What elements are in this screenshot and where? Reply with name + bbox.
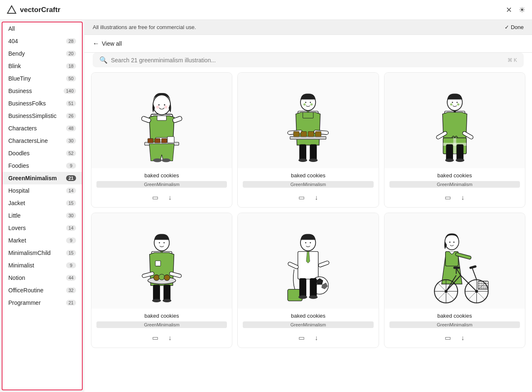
- sidebar-item-label: Jacket: [8, 200, 66, 206]
- sidebar-item-characters[interactable]: Characters48: [2, 122, 82, 135]
- copy-button[interactable]: ▭: [297, 333, 306, 343]
- sidebar-item-count: 28: [66, 38, 76, 44]
- sidebar-item-doodles[interactable]: Doodles52: [2, 147, 82, 159]
- svg-line-106: [472, 268, 477, 280]
- svg-point-86: [453, 242, 454, 243]
- search-bar: 🔍 ⌘ K: [93, 53, 524, 67]
- notice-text: All illustrations are free for commercia…: [93, 24, 196, 30]
- sidebar-item-foodies[interactable]: Foodies9: [2, 159, 82, 172]
- sidebar-item-bluetiny[interactable]: BlueTiny50: [2, 72, 82, 85]
- svg-point-36: [298, 159, 307, 162]
- sidebar-item-hospital[interactable]: Hospital14: [2, 184, 82, 197]
- sidebar-item-notion[interactable]: Notion44: [2, 272, 82, 284]
- sidebar-item-count: 51: [66, 100, 76, 106]
- sidebar-item-all[interactable]: All: [2, 22, 82, 35]
- sidebar-item-blink[interactable]: Blink18: [2, 60, 82, 72]
- svg-rect-33: [315, 132, 321, 137]
- back-button[interactable]: ← View all: [93, 40, 122, 47]
- card-info: baked cookies GreenMinimalism ▭ ↓: [238, 309, 378, 348]
- sidebar-item-label: BusinessFolks: [8, 100, 66, 107]
- copy-button[interactable]: ▭: [150, 193, 160, 202]
- sidebar-item-lovers[interactable]: Lovers14: [2, 222, 82, 234]
- sidebar-item-label: CharactersLine: [8, 137, 66, 144]
- sidebar-item-count: 18: [66, 63, 76, 69]
- svg-rect-80: [310, 278, 317, 297]
- download-button[interactable]: ↓: [167, 193, 173, 202]
- sidebar-item-officeroutine[interactable]: OfficeRoutine32: [2, 284, 82, 296]
- sidebar-item-label: Doodles: [8, 150, 66, 157]
- sidebar-item-businesssimplistic[interactable]: BusinessSimplistic26: [2, 110, 82, 122]
- sidebar-item-little[interactable]: Little30: [2, 209, 82, 222]
- header-left: vectorCraftr: [7, 5, 60, 15]
- svg-point-61: [154, 275, 160, 281]
- sidebar-item-label: Bendy: [8, 50, 66, 57]
- copy-button[interactable]: ▭: [297, 193, 306, 202]
- sidebar: All40428Bendy20Blink18BlueTiny50Business…: [2, 22, 83, 390]
- logo-icon: [7, 5, 17, 15]
- sidebar-item-market[interactable]: Market9: [2, 234, 82, 247]
- svg-point-42: [450, 103, 453, 106]
- svg-rect-49: [446, 144, 453, 160]
- svg-rect-21: [303, 112, 313, 118]
- sidebar-item-minimalismchild[interactable]: MinimalismChild15: [2, 247, 82, 259]
- svg-rect-64: [153, 284, 160, 301]
- svg-point-26: [310, 103, 313, 106]
- svg-point-25: [303, 103, 306, 106]
- card-image: [91, 73, 232, 168]
- illustration-card: baked cookies GreenMinimalism ▭ ↓: [384, 213, 525, 348]
- copy-button[interactable]: ▭: [443, 193, 453, 202]
- illustration-card: baked cookies GreenMinimalism ▭ ↓: [237, 72, 379, 208]
- svg-rect-34: [299, 144, 306, 160]
- svg-point-19: [162, 159, 170, 162]
- sidebar-item-count: 50: [66, 76, 76, 81]
- download-button[interactable]: ↓: [313, 333, 320, 343]
- sidebar-item-count: 30: [66, 138, 76, 144]
- svg-point-57: [163, 242, 165, 243]
- sidebar-item-count: 9: [66, 262, 76, 268]
- svg-point-81: [298, 295, 307, 299]
- logo-text: vectorCraftr: [20, 6, 60, 14]
- grid-container: baked cookies GreenMinimalism ▭ ↓: [84, 72, 532, 392]
- svg-point-18: [153, 159, 162, 162]
- sidebar-item-minimalist[interactable]: Minimalist9: [2, 259, 82, 272]
- done-label: Done: [511, 24, 524, 30]
- svg-rect-14: [161, 139, 167, 143]
- sidebar-item-count: 30: [66, 213, 76, 218]
- download-button[interactable]: ↓: [459, 333, 466, 343]
- svg-rect-13: [155, 139, 160, 143]
- sidebar-item-charactersline[interactable]: CharactersLine30: [2, 135, 82, 147]
- sidebar-item-label: OfficeRoutine: [8, 287, 66, 294]
- sidebar-item-bendy[interactable]: Bendy20: [2, 47, 82, 60]
- svg-rect-54: [155, 261, 161, 266]
- svg-point-51: [445, 159, 454, 162]
- sidebar-item-programmer[interactable]: Programmer21: [2, 296, 82, 309]
- card-image: [238, 73, 378, 168]
- svg-rect-3: [157, 116, 167, 120]
- sidebar-item-count: 21: [66, 175, 76, 181]
- sidebar-item-greenminimalism[interactable]: GreenMinimalism21: [2, 172, 82, 184]
- done-button[interactable]: ✓ Done: [505, 24, 524, 30]
- sidebar-item-jacket[interactable]: Jacket15: [2, 197, 82, 209]
- card-actions: ▭ ↓: [243, 191, 373, 202]
- sidebar-item-businessfolks[interactable]: BusinessFolks51: [2, 97, 82, 110]
- copy-button[interactable]: ▭: [150, 333, 160, 343]
- card-tag: GreenMinimalism: [389, 181, 520, 188]
- card-title: baked cookies: [96, 313, 227, 319]
- svg-rect-32: [308, 132, 314, 137]
- sidebar-item-count: 21: [66, 300, 76, 306]
- sidebar-item-404[interactable]: 40428: [2, 35, 82, 47]
- card-tag: GreenMinimalism: [243, 181, 373, 188]
- sidebar-item-count: 140: [64, 88, 76, 94]
- card-title: baked cookies: [243, 313, 373, 319]
- download-button[interactable]: ↓: [313, 193, 320, 202]
- svg-point-23: [305, 102, 306, 103]
- search-input[interactable]: [111, 57, 507, 64]
- download-button[interactable]: ↓: [459, 193, 466, 202]
- x-icon[interactable]: ✕: [506, 5, 512, 15]
- copy-button[interactable]: ▭: [443, 333, 453, 343]
- svg-rect-12: [148, 139, 153, 143]
- card-info: baked cookies GreenMinimalism ▭ ↓: [384, 309, 525, 348]
- sidebar-item-business[interactable]: Business140: [2, 85, 82, 97]
- download-button[interactable]: ↓: [167, 333, 173, 343]
- sun-icon[interactable]: ☀: [519, 5, 525, 15]
